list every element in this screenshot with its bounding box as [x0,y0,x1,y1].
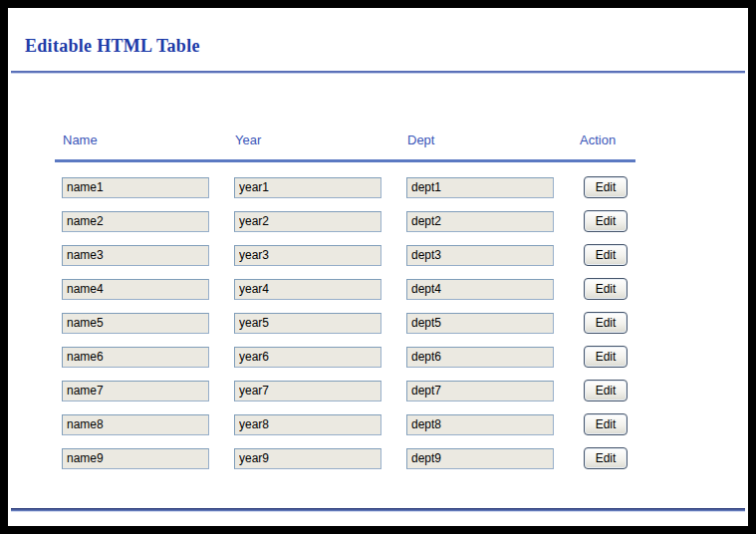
page-frame: Editable HTML Table Name Year Dept Actio… [0,0,756,534]
table-row: Edit [55,204,635,238]
column-header-dept: Dept [399,133,572,161]
dept-input[interactable] [406,177,554,198]
dept-input[interactable] [406,313,554,334]
footer-divider [11,508,745,512]
table-row: Edit [55,340,635,374]
year-input[interactable] [234,381,381,401]
name-input[interactable] [62,177,209,198]
name-input[interactable] [62,279,209,300]
dept-input[interactable] [406,347,554,368]
name-input[interactable] [62,211,209,232]
dept-input[interactable] [406,381,554,401]
table-header-row: Name Year Dept Action [55,133,635,161]
dept-input[interactable] [406,414,554,435]
edit-button[interactable]: Edit [584,210,628,232]
dept-input[interactable] [406,448,554,469]
year-input[interactable] [234,313,381,334]
edit-button[interactable]: Edit [584,244,628,266]
year-input[interactable] [234,245,381,266]
name-input[interactable] [62,448,209,469]
name-input[interactable] [62,381,209,401]
year-input[interactable] [234,414,381,435]
table-row: Edit [55,441,635,475]
edit-button[interactable]: Edit [584,312,628,334]
name-input[interactable] [62,414,209,435]
editable-table: Name Year Dept Action Edit Edit [55,133,635,475]
edit-button[interactable]: Edit [584,176,628,198]
column-header-year: Year [227,133,399,161]
edit-button[interactable]: Edit [584,380,628,401]
year-input[interactable] [234,177,381,198]
name-input[interactable] [62,245,209,266]
table-row: Edit [55,306,635,340]
table-row: Edit [55,272,635,306]
table-row: Edit [55,374,635,407]
year-input[interactable] [234,347,381,368]
table-row: Edit [55,238,635,272]
column-header-action: Action [572,133,635,161]
name-input[interactable] [62,347,209,368]
year-input[interactable] [234,448,381,469]
dept-input[interactable] [406,211,554,232]
edit-button[interactable]: Edit [584,447,628,469]
page-title: Editable HTML Table [25,36,200,57]
year-input[interactable] [234,279,381,300]
edit-button[interactable]: Edit [584,413,628,435]
edit-button[interactable]: Edit [584,278,628,300]
title-divider [11,71,745,74]
year-input[interactable] [234,211,381,232]
dept-input[interactable] [406,245,554,266]
table-row: Edit [55,161,635,205]
column-header-name: Name [55,133,227,161]
table-row: Edit [55,407,635,441]
dept-input[interactable] [406,279,554,300]
edit-button[interactable]: Edit [584,346,628,368]
table-body: Edit Edit Edit Edit [55,161,635,476]
name-input[interactable] [62,313,209,334]
table-header: Name Year Dept Action [55,133,635,161]
